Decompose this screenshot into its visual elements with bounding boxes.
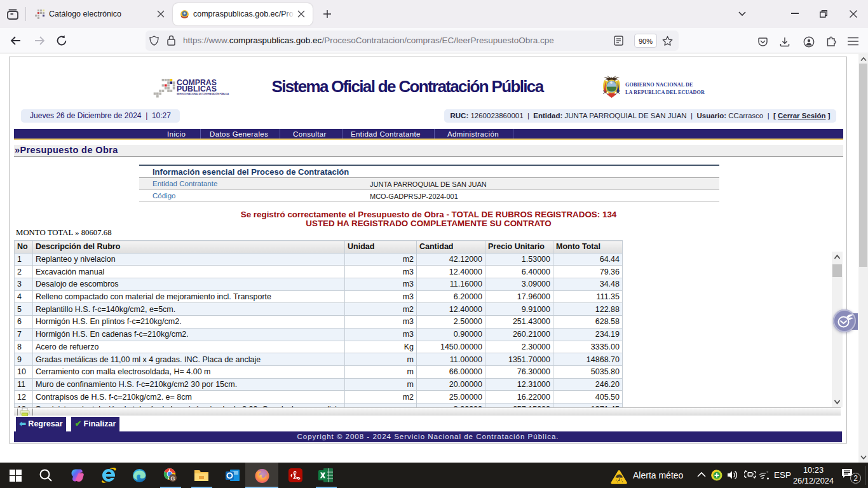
svg-text:GOBIERNO NACIONAL DE: GOBIERNO NACIONAL DE: [625, 82, 693, 88]
svg-text:G: G: [170, 475, 175, 482]
svg-text:SERVICIO NACIONAL DE CONTRATAC: SERVICIO NACIONAL DE CONTRATACIÓN PÚBLIC…: [177, 92, 229, 95]
svg-text:LA REPUBLICA DEL ECUADOR: LA REPUBLICA DEL ECUADOR: [625, 90, 705, 95]
svg-text:PÚBLICAS: PÚBLICAS: [177, 84, 217, 93]
